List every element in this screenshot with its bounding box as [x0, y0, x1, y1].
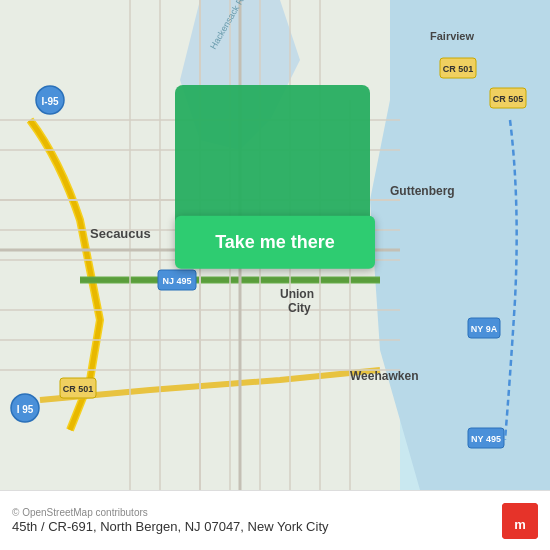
svg-text:City: City — [288, 301, 311, 315]
svg-text:NY 495: NY 495 — [471, 434, 501, 444]
address-container: © OpenStreetMap contributors 45th / CR-6… — [12, 505, 490, 536]
bottom-bar: © OpenStreetMap contributors 45th / CR-6… — [0, 490, 550, 550]
svg-text:CR 501: CR 501 — [443, 64, 474, 74]
svg-text:CR 501: CR 501 — [63, 384, 94, 394]
svg-text:Union: Union — [280, 287, 314, 301]
svg-text:I-95: I-95 — [41, 96, 59, 107]
svg-text:CR 505: CR 505 — [493, 94, 524, 104]
svg-text:Secaucus: Secaucus — [90, 226, 151, 241]
svg-text:Guttenberg: Guttenberg — [390, 184, 455, 198]
svg-text:NJ 495: NJ 495 — [162, 276, 191, 286]
button-overlay: Take me there — [175, 216, 375, 269]
svg-text:I 95: I 95 — [17, 404, 34, 415]
openstreetmap-credit: © OpenStreetMap contributors — [12, 507, 490, 518]
moovit-icon: m — [502, 503, 538, 539]
svg-text:NY 9A: NY 9A — [471, 324, 498, 334]
map-container: CR 501 CR 501 CR 505 NY 9A NY 495 I-95 I… — [0, 0, 550, 490]
moovit-logo: m — [502, 503, 538, 539]
take-me-there-button[interactable]: Take me there — [175, 216, 375, 269]
svg-text:Weehawken: Weehawken — [350, 369, 418, 383]
svg-text:Fairview: Fairview — [430, 30, 474, 42]
svg-text:m: m — [514, 517, 526, 532]
address-text: 45th / CR-691, North Bergen, NJ 07047, N… — [12, 518, 490, 536]
